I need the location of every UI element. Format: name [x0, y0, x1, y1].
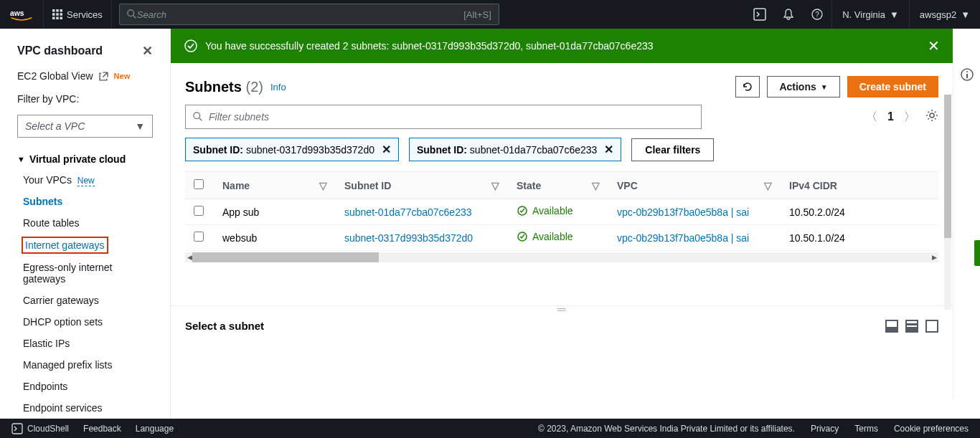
feedback-link[interactable]: Feedback	[83, 424, 121, 434]
copyright-text: © 2023, Amazon Web Services India Privat…	[538, 424, 795, 434]
vpc-filter-select[interactable]: Select a VPC ▼	[17, 115, 153, 138]
services-label: Services	[67, 9, 103, 20]
ec2-global-view-link[interactable]: EC2 Global View	[17, 70, 93, 82]
view-mode-split-icon[interactable]	[905, 320, 918, 333]
new-badge: New	[114, 72, 131, 80]
cloudshell-top-icon[interactable]	[745, 8, 774, 21]
table-settings-icon[interactable]	[925, 109, 938, 125]
close-sidebar-icon[interactable]: ✕	[142, 43, 153, 59]
create-subnet-button[interactable]: Create subnet	[847, 76, 938, 97]
svg-point-15	[185, 40, 197, 52]
page-header: Subnets (2) Info Actions▼ Create subnet	[171, 63, 953, 105]
vpc-dashboard-link[interactable]: VPC dashboard	[17, 44, 103, 57]
sidebar-item-route-tables[interactable]: Route tables	[0, 212, 170, 234]
svg-rect-2	[56, 9, 59, 12]
svg-rect-8	[56, 17, 59, 20]
success-check-icon	[184, 39, 198, 53]
sort-icon[interactable]: ▽	[319, 180, 327, 191]
remove-chip-icon[interactable]: ✕	[382, 143, 391, 156]
refresh-button[interactable]	[735, 76, 760, 97]
search-placeholder: Search	[137, 9, 166, 20]
content-area: You have successfully created 2 subnets:…	[171, 29, 980, 419]
table-row[interactable]: websub subnet-0317d993b35d372d0 Availabl…	[185, 225, 938, 251]
svg-rect-6	[60, 13, 63, 16]
sidebar-item-your-vpcs[interactable]: Your VPCs New	[0, 169, 170, 191]
svg-rect-1	[52, 9, 55, 12]
detail-panel: Select a subnet	[171, 313, 953, 340]
info-link[interactable]: Info	[270, 82, 286, 92]
next-page-button[interactable]: 〉	[904, 110, 915, 125]
info-rail-toggle-icon[interactable]	[960, 67, 974, 85]
svg-line-17	[199, 118, 202, 121]
clear-filters-button[interactable]: Clear filters	[631, 138, 714, 161]
view-mode-full-icon[interactable]	[925, 320, 938, 333]
banner-close-icon[interactable]: ✕	[928, 37, 940, 54]
subnets-table: Name▽ Subnet ID▽ State▽ VPC▽ IPv4 CIDR A…	[185, 171, 938, 262]
global-search[interactable]: Search [Alt+S]	[119, 4, 499, 25]
notifications-icon[interactable]	[774, 8, 803, 21]
svg-text:aws: aws	[10, 9, 24, 17]
sidebar-item-elastic-ips[interactable]: Elastic IPs	[0, 333, 170, 354]
svg-rect-23	[966, 74, 968, 78]
svg-point-22	[966, 71, 968, 72]
sort-icon[interactable]: ▽	[491, 180, 499, 191]
external-link-icon	[99, 72, 108, 81]
sidebar-item-internet-gateways[interactable]: Internet gateways	[22, 237, 108, 254]
services-button[interactable]: Services	[43, 0, 112, 29]
filter-subnets-input[interactable]: Filter subnets	[185, 105, 702, 129]
subnet-id-link[interactable]: subnet-01da77cba07c6e233	[344, 206, 472, 218]
svg-rect-7	[52, 17, 55, 20]
svg-point-10	[128, 10, 134, 16]
sidebar-item-dhcp-option-sets[interactable]: DHCP option sets	[0, 311, 170, 333]
sort-icon[interactable]: ▽	[592, 180, 600, 191]
search-shortcut: [Alt+S]	[463, 9, 491, 20]
page-number: 1	[887, 110, 894, 123]
language-link[interactable]: Language	[136, 424, 174, 434]
svg-point-16	[194, 113, 200, 119]
subnet-id-link[interactable]: subnet-0317d993b35d372d0	[344, 232, 473, 244]
services-grid-icon	[52, 9, 62, 19]
sort-icon[interactable]: ▽	[764, 180, 772, 191]
sidebar-item-carrier-gateways[interactable]: Carrier gateways	[0, 290, 170, 311]
select-all-checkbox[interactable]	[194, 179, 204, 189]
help-icon[interactable]: ?	[803, 8, 831, 21]
side-tab-icon[interactable]	[974, 240, 980, 266]
svg-point-18	[930, 113, 934, 118]
page-title: Subnets (2)	[185, 79, 263, 95]
info-rail	[953, 57, 980, 399]
vpc-link[interactable]: vpc-0b29b13f7ba0e5b8a | sai	[617, 206, 749, 218]
sidebar-item-egress-only-igw[interactable]: Egress-only internet gateways	[0, 257, 170, 290]
svg-rect-5	[56, 13, 59, 16]
topbar-right: ? N. Virginia▼ awsgsp2▼	[745, 0, 980, 29]
vertical-scrollbar[interactable]	[944, 95, 951, 310]
region-selector[interactable]: N. Virginia▼	[831, 0, 909, 29]
sidebar-item-subnets[interactable]: Subnets	[0, 191, 170, 212]
row-checkbox[interactable]	[194, 232, 204, 242]
caret-down-icon: ▼	[961, 9, 970, 20]
prev-page-button[interactable]: 〈	[866, 110, 877, 125]
account-selector[interactable]: awsgsp2▼	[909, 0, 980, 29]
table-row[interactable]: App sub subnet-01da77cba07c6e233 Availab…	[185, 199, 938, 225]
actions-button[interactable]: Actions▼	[767, 76, 839, 97]
panel-resize-handle[interactable]: ═	[171, 305, 953, 313]
aws-logo[interactable]: aws	[0, 7, 43, 22]
cloudshell-link[interactable]: CloudShell	[11, 423, 69, 434]
vpc-section-header[interactable]: ▼ Virtual private cloud	[0, 146, 170, 169]
search-icon	[127, 9, 137, 19]
view-mode-bottom-icon[interactable]	[885, 320, 898, 333]
footer: CloudShell Feedback Language © 2023, Ama…	[0, 419, 980, 438]
terms-link[interactable]: Terms	[854, 424, 878, 434]
row-checkbox[interactable]	[194, 206, 204, 216]
sidebar-item-managed-prefix-lists[interactable]: Managed prefix lists	[0, 354, 170, 376]
svg-rect-4	[52, 13, 55, 16]
sidebar-item-endpoint-services[interactable]: Endpoint services	[0, 397, 170, 419]
sidebar-item-endpoints[interactable]: Endpoints	[0, 376, 170, 397]
vpc-link[interactable]: vpc-0b29b13f7ba0e5b8a | sai	[617, 232, 749, 244]
horizontal-scrollbar[interactable]: ◀▶	[185, 252, 938, 262]
remove-chip-icon[interactable]: ✕	[604, 143, 613, 156]
cookie-prefs-link[interactable]: Cookie preferences	[894, 424, 969, 434]
pagination: 〈 1 〉	[866, 109, 938, 125]
filter-chip-subnet-1: Subnet ID: subnet-0317d993b35d372d0✕	[185, 138, 399, 161]
svg-rect-3	[60, 9, 63, 12]
privacy-link[interactable]: Privacy	[811, 424, 839, 434]
